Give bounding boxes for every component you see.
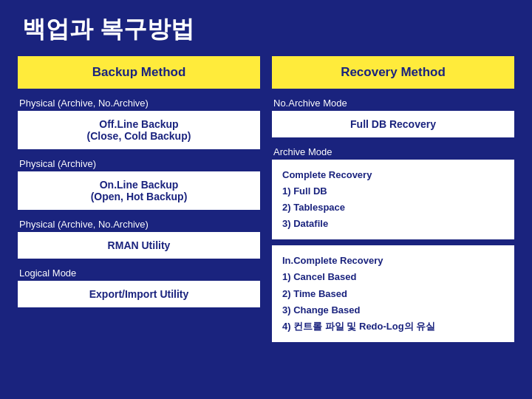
section-label-physical-archive: Physical (Archive) bbox=[18, 158, 260, 169]
section-physical-noarchive-2: Physical (Archive, No.Archive) RMAN Util… bbox=[18, 216, 260, 265]
section-label-logical-mode: Logical Mode bbox=[18, 267, 260, 279]
section-physical-noarchive-1: Physical (Archive, No.Archive) Off.Line … bbox=[18, 95, 260, 155]
recovery-header: Recovery Method bbox=[272, 56, 514, 89]
backup-header: Backup Method bbox=[18, 56, 260, 89]
complete-recovery-line-2: 1) Full DB bbox=[282, 183, 504, 200]
complete-recovery-line-4: 3) Datafile bbox=[282, 216, 504, 232]
incomplete-line-1: In.Complete Recovery bbox=[282, 253, 504, 269]
complete-recovery-box: Complete Recovery 1) Full DB 2) Tablespa… bbox=[272, 160, 514, 239]
offline-backup-box: Off.Line Backup(Close, Cold Backup) bbox=[18, 111, 260, 149]
section-logical-mode: Logical Mode Export/Import Utility bbox=[18, 265, 260, 313]
section-label-physical-noarchive-1: Physical (Archive, No.Archive) bbox=[18, 98, 260, 109]
incomplete-line-2: 1) Cancel Based bbox=[282, 269, 504, 285]
section-label-archive: Archive Mode bbox=[272, 146, 514, 157]
main-container: Backup Method Physical (Archive, No.Arch… bbox=[0, 56, 532, 348]
incomplete-line-5: 4) 컨트롤 파일 및 Redo-Log의 유실 bbox=[282, 318, 504, 335]
recovery-column: Recovery Method No.Archive Mode Full DB … bbox=[272, 56, 514, 348]
incomplete-recovery-box: In.Complete Recovery 1) Cancel Based 2) … bbox=[272, 245, 514, 341]
full-db-recovery-box: Full DB Recovery bbox=[272, 111, 514, 137]
page-title: 백업과 복구방법 bbox=[0, 0, 532, 53]
section-archive-mode: Archive Mode Complete Recovery 1) Full D… bbox=[272, 143, 514, 245]
complete-recovery-line-1: Complete Recovery bbox=[282, 167, 504, 183]
section-incomplete-recovery: In.Complete Recovery 1) Cancel Based 2) … bbox=[272, 245, 514, 347]
section-label-noarchive: No.Archive Mode bbox=[272, 98, 514, 109]
complete-recovery-line-3: 2) Tablespace bbox=[282, 200, 504, 216]
backup-column: Backup Method Physical (Archive, No.Arch… bbox=[18, 56, 260, 348]
online-backup-box: On.Line Backup(Open, Hot Backup) bbox=[18, 171, 260, 210]
section-physical-archive: Physical (Archive) On.Line Backup(Open, … bbox=[18, 155, 260, 216]
incomplete-line-4: 3) Change Based bbox=[282, 302, 504, 318]
section-noarchive-mode: No.Archive Mode Full DB Recovery bbox=[272, 95, 514, 143]
rman-utility-box: RMAN Utility bbox=[18, 232, 260, 259]
incomplete-line-3: 2) Time Based bbox=[282, 286, 504, 302]
section-label-physical-noarchive-2: Physical (Archive, No.Archive) bbox=[18, 219, 260, 230]
export-import-box: Export/Import Utility bbox=[18, 281, 260, 307]
